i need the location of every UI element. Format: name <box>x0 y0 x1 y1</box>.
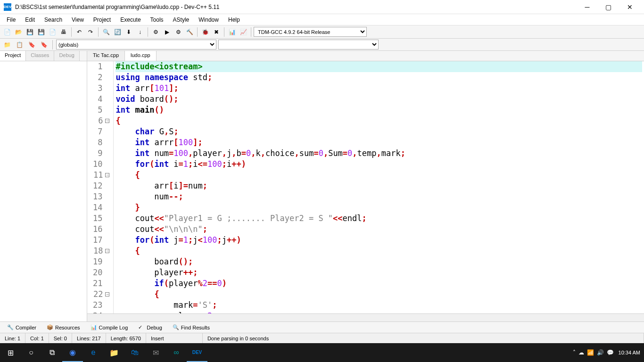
code-line[interactable]: int arrr[100]; <box>116 137 642 148</box>
code-line[interactable]: for(int j=1;j<100;j++) <box>116 235 642 246</box>
code-line[interactable]: } <box>116 202 642 213</box>
explorer-taskbar-icon[interactable]: 📁 <box>104 343 124 362</box>
onedrive-icon[interactable]: ☁ <box>578 349 584 356</box>
code-line[interactable]: mark='S'; <box>116 300 642 311</box>
code-line[interactable]: char G,S; <box>116 126 642 137</box>
menu-view[interactable]: View <box>67 15 89 25</box>
goto-button[interactable]: ↓ <box>135 27 145 37</box>
profile2-button[interactable]: 📈 <box>238 27 248 37</box>
maximize-button[interactable]: ▢ <box>598 0 619 14</box>
new-file-button[interactable]: 📄 <box>2 27 12 37</box>
minimize-button[interactable]: ─ <box>577 0 598 14</box>
new-project-button[interactable]: 📁 <box>2 40 12 50</box>
code-line[interactable]: { <box>116 115 642 126</box>
toolbar-2: 📁 📋 🔖 🔖 (globals) <box>0 39 644 51</box>
debug-button[interactable]: 🐞 <box>200 27 210 37</box>
app1-taskbar-icon[interactable]: ✉ <box>145 343 166 362</box>
chrome-taskbar-icon[interactable]: ◉ <box>62 343 83 362</box>
store-taskbar-icon[interactable]: 🛍 <box>124 343 145 362</box>
status-lines: Lines: 217 <box>72 333 106 343</box>
bottom-tab-compiler[interactable]: 🔧Compiler <box>2 322 41 333</box>
redo-button[interactable]: ↷ <box>85 27 96 37</box>
goto-bookmark-button[interactable]: 🔖 <box>39 40 49 50</box>
profile-button[interactable]: 📊 <box>227 27 237 37</box>
menu-execute[interactable]: Execute <box>116 15 145 25</box>
code-line[interactable]: num--; <box>116 191 642 202</box>
menubar: FileEditSearchViewProjectExecuteToolsASt… <box>0 14 644 25</box>
code-line[interactable]: for(int i=1;i<=100;i++) <box>116 159 642 170</box>
start-button[interactable]: ⊞ <box>0 343 21 362</box>
code-line[interactable]: cout<<"Player1 = G ;....... Player2 = S … <box>116 213 642 224</box>
bottom-tab-resources[interactable]: 📦Resources <box>41 322 85 333</box>
menu-tools[interactable]: Tools <box>146 15 168 25</box>
code-line[interactable]: void board(); <box>116 94 642 105</box>
bookmark-button[interactable]: 🔖 <box>26 40 37 50</box>
taskbar-clock[interactable]: 10:34 AM <box>619 350 640 355</box>
compile-run-button[interactable]: ⚙ <box>173 27 183 37</box>
notifications-icon[interactable]: 💬 <box>607 349 614 356</box>
menu-edit[interactable]: Edit <box>20 15 40 25</box>
menu-window[interactable]: Window <box>194 15 223 25</box>
save-all-button[interactable]: 💾 <box>36 27 46 37</box>
volume-icon[interactable]: 🔊 <box>597 349 604 356</box>
undo-button[interactable]: ↶ <box>74 27 84 37</box>
menu-help[interactable]: Help <box>223 15 245 25</box>
menu-project[interactable]: Project <box>89 15 116 25</box>
app2-taskbar-icon[interactable]: ∞ <box>166 343 187 362</box>
find-button[interactable]: 🔍 <box>101 27 111 37</box>
code-line[interactable]: int arr[101]; <box>116 83 642 94</box>
file-tab[interactable]: Tic Tac.cpp <box>87 51 125 61</box>
run-button[interactable]: ▶ <box>162 27 172 37</box>
compiler-select[interactable]: TDM-GCC 4.9.2 64-bit Release <box>254 27 367 37</box>
code-line[interactable]: int main() <box>116 105 642 115</box>
close-file-button[interactable]: 📄 <box>47 27 58 37</box>
taskview-button[interactable]: ⧉ <box>41 343 62 362</box>
print-button[interactable]: 🖶 <box>58 27 69 37</box>
edge-taskbar-icon[interactable]: e <box>83 343 104 362</box>
bottom-tab-debug[interactable]: ✓Debug <box>133 322 167 333</box>
devcpp-taskbar-icon[interactable]: DEV <box>187 343 207 362</box>
code-line[interactable]: int num=100,player,j,b=0,k,choice,sum=0,… <box>116 148 642 159</box>
code-line[interactable]: { <box>116 170 642 181</box>
file-tab[interactable]: ludo.cpp <box>125 51 157 61</box>
code-line[interactable]: arr[i]=num; <box>116 181 642 191</box>
close-button[interactable]: ✕ <box>619 0 640 14</box>
find-next-button[interactable]: ⬇ <box>124 27 134 37</box>
code-line[interactable]: if(player%2==0) <box>116 278 642 289</box>
code-line[interactable]: board(); <box>116 256 642 267</box>
left-tab-classes[interactable]: Classes <box>26 51 54 61</box>
code-line[interactable]: #include<iostream> <box>116 61 642 72</box>
left-tab-project[interactable]: Project <box>0 51 26 61</box>
left-tab-debug[interactable]: Debug <box>54 51 79 61</box>
code-line[interactable]: player++; <box>116 267 642 278</box>
bottom-tab-compile-log[interactable]: 📊Compile Log <box>85 322 133 333</box>
member-select[interactable] <box>218 40 379 49</box>
replace-button[interactable]: 🔄 <box>112 27 123 37</box>
rebuild-button[interactable]: 🔨 <box>184 27 195 37</box>
open-button[interactable]: 📂 <box>13 27 24 37</box>
line-number: 13 <box>93 191 109 202</box>
code-editor[interactable]: 123456−7891011−12131415161718−19202122−2… <box>87 61 644 313</box>
menu-astyle[interactable]: AStyle <box>168 15 194 25</box>
code-line[interactable]: using namespace std; <box>116 72 642 83</box>
system-tray[interactable]: ˄ ☁ 📶 🔊 💬 <box>573 349 614 356</box>
insert-button[interactable]: 📋 <box>14 40 25 50</box>
save-button[interactable]: 💾 <box>25 27 35 37</box>
scope-select[interactable]: (globals) <box>56 40 216 49</box>
wifi-icon[interactable]: 📶 <box>587 349 594 356</box>
bottom-panel-tabs: 🔧Compiler📦Resources📊Compile Log✓Debug🔍Fi… <box>0 321 644 333</box>
status-length: Length: 6570 <box>106 333 146 343</box>
code-line[interactable]: { <box>116 246 642 256</box>
project-tree[interactable] <box>0 61 87 321</box>
menu-file[interactable]: File <box>2 15 20 25</box>
tray-chevron-icon[interactable]: ˄ <box>573 349 576 356</box>
cortana-button[interactable]: ○ <box>21 343 41 362</box>
bottom-tab-find-results[interactable]: 🔍Find Results <box>167 322 215 333</box>
horizontal-scrollbar[interactable] <box>87 313 644 321</box>
code-line[interactable]: cout<<"\n\n\n"; <box>116 224 642 235</box>
stop-button[interactable]: ✖ <box>211 27 222 37</box>
code-line[interactable]: { <box>116 289 642 300</box>
compile-button[interactable]: ⚙ <box>150 27 161 37</box>
menu-search[interactable]: Search <box>40 15 67 25</box>
line-number: 9 <box>93 148 109 159</box>
